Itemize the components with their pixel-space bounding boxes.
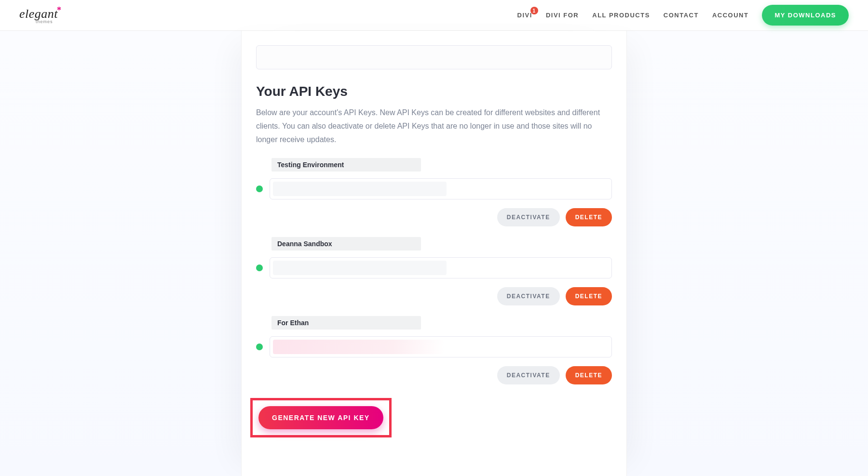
api-key-block: Deanna Sandbox DEACTIVATE DELETE bbox=[242, 237, 626, 305]
logo[interactable]: elegant* themes bbox=[19, 7, 63, 24]
site-header: elegant* themes DIVI 1 DIVI FOR ALL PROD… bbox=[0, 0, 868, 31]
nav-divi-badge: 1 bbox=[530, 7, 538, 14]
generate-new-api-key-button[interactable]: GENERATE NEW API KEY bbox=[258, 406, 383, 429]
api-key-label[interactable]: For Ethan bbox=[271, 316, 421, 330]
api-key-field[interactable] bbox=[270, 336, 612, 357]
nav-divi[interactable]: DIVI 1 bbox=[517, 12, 532, 19]
main-nav: DIVI 1 DIVI FOR ALL PRODUCTS CONTACT ACC… bbox=[517, 5, 849, 26]
nav-account[interactable]: ACCOUNT bbox=[712, 12, 749, 19]
nav-contact[interactable]: CONTACT bbox=[664, 12, 699, 19]
api-key-actions: DEACTIVATE DELETE bbox=[256, 287, 612, 305]
logo-text: elegant* bbox=[19, 7, 63, 21]
annotation-highlight: GENERATE NEW API KEY bbox=[250, 398, 392, 437]
api-key-row bbox=[256, 257, 612, 278]
api-key-row bbox=[256, 336, 612, 357]
status-active-icon bbox=[256, 185, 263, 192]
previous-field-placeholder bbox=[256, 45, 612, 69]
api-key-label[interactable]: Deanna Sandbox bbox=[271, 237, 421, 251]
api-key-field[interactable] bbox=[270, 257, 612, 278]
section-description: Below are your account's API Keys. New A… bbox=[242, 106, 626, 158]
api-key-masked bbox=[273, 340, 445, 354]
deactivate-button[interactable]: DEACTIVATE bbox=[497, 208, 560, 226]
api-key-row bbox=[256, 178, 612, 199]
api-key-actions: DEACTIVATE DELETE bbox=[256, 208, 612, 226]
api-key-block: Testing Environment DEACTIVATE DELETE bbox=[242, 158, 626, 226]
status-active-icon bbox=[256, 344, 263, 350]
deactivate-button[interactable]: DEACTIVATE bbox=[497, 366, 560, 384]
page-wrap: Your API Keys Below are your account's A… bbox=[0, 31, 868, 476]
nav-divi-for[interactable]: DIVI FOR bbox=[546, 12, 579, 19]
api-key-block: For Ethan DEACTIVATE DELETE bbox=[242, 316, 626, 384]
delete-button[interactable]: DELETE bbox=[566, 208, 612, 226]
account-card: Your API Keys Below are your account's A… bbox=[241, 31, 627, 476]
my-downloads-button[interactable]: MY DOWNLOADS bbox=[762, 5, 849, 26]
api-key-actions: DEACTIVATE DELETE bbox=[256, 366, 612, 384]
api-key-masked bbox=[273, 261, 447, 275]
api-key-label[interactable]: Testing Environment bbox=[271, 158, 421, 172]
nav-all-products[interactable]: ALL PRODUCTS bbox=[592, 12, 650, 19]
deactivate-button[interactable]: DEACTIVATE bbox=[497, 287, 560, 305]
delete-button[interactable]: DELETE bbox=[566, 366, 612, 384]
logo-asterisk-icon: * bbox=[57, 5, 62, 15]
status-active-icon bbox=[256, 264, 263, 271]
nav-divi-label: DIVI bbox=[517, 12, 532, 19]
api-key-masked bbox=[273, 182, 447, 196]
section-title: Your API Keys bbox=[242, 79, 626, 106]
delete-button[interactable]: DELETE bbox=[566, 287, 612, 305]
api-key-field[interactable] bbox=[270, 178, 612, 199]
